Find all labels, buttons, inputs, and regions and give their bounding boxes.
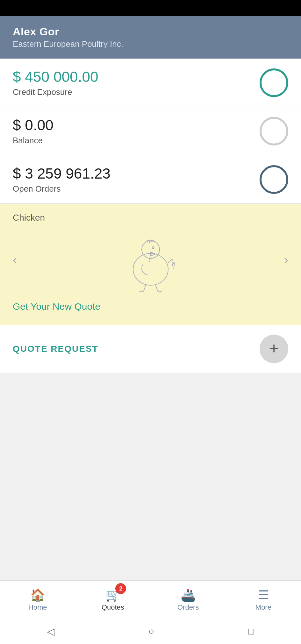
nav-label-orders: Orders <box>177 603 199 612</box>
svg-point-9 <box>152 247 154 249</box>
content-spacer <box>0 373 301 580</box>
bottom-nav: 🏠 Home 🛒 2 Quotes 🚢 Orders ☰ More <box>0 580 301 619</box>
promo-chicken-image <box>17 228 284 292</box>
nav-item-orders[interactable]: 🚢 Orders <box>151 581 226 619</box>
header: Alex Gor Eastern European Poultry Inc. <box>0 16 301 59</box>
balance-amount: $ 0.00 <box>13 117 54 134</box>
home-icon: 🏠 <box>30 588 45 602</box>
nav-item-home[interactable]: 🏠 Home <box>0 581 75 619</box>
android-home-button[interactable]: ○ <box>148 626 154 637</box>
credit-exposure-indicator <box>260 68 288 97</box>
promo-banner: Chicken ‹ <box>0 204 301 325</box>
promo-prev-arrow[interactable]: ‹ <box>13 253 17 267</box>
credit-exposure-card[interactable]: $ 450 000.00 Credit Exposure <box>0 59 301 107</box>
svg-marker-2 <box>151 252 155 256</box>
plus-icon: + <box>269 340 278 356</box>
quote-add-button[interactable]: + <box>260 335 288 363</box>
orders-icon: 🚢 <box>181 588 196 602</box>
android-back-button[interactable]: ◁ <box>47 626 54 637</box>
balance-label: Balance <box>13 136 54 145</box>
promo-next-arrow[interactable]: › <box>284 253 288 267</box>
nav-label-home: Home <box>28 603 47 612</box>
balance-card[interactable]: $ 0.00 Balance <box>0 107 301 155</box>
nav-item-more[interactable]: ☰ More <box>226 581 301 619</box>
quotes-badge: 2 <box>115 583 126 594</box>
nav-label-quotes: Quotes <box>102 603 124 612</box>
chicken-svg <box>122 228 179 292</box>
android-nav-bar: ◁ ○ □ <box>0 619 301 644</box>
credit-exposure-label: Credit Exposure <box>13 87 98 97</box>
open-orders-indicator <box>260 165 288 194</box>
promo-category: Chicken <box>13 213 288 223</box>
status-bar <box>0 0 301 16</box>
open-orders-amount: $ 3 259 961.23 <box>13 165 111 182</box>
android-recent-button[interactable]: □ <box>248 626 254 637</box>
open-orders-label: Open Orders <box>13 184 111 194</box>
svg-line-3 <box>144 285 146 291</box>
nav-label-more: More <box>255 603 271 612</box>
promo-inner: ‹ <box>13 228 288 292</box>
user-name: Alex Gor <box>13 25 288 38</box>
company-name: Eastern European Poultry Inc. <box>13 39 288 49</box>
svg-line-6 <box>155 285 158 291</box>
promo-quote-link[interactable]: Get Your New Quote <box>13 301 288 312</box>
more-icon: ☰ <box>258 588 269 602</box>
balance-indicator <box>260 117 288 145</box>
quote-request-section: QUOTE REQUEST + <box>0 325 301 373</box>
credit-exposure-amount: $ 450 000.00 <box>13 68 98 85</box>
nav-item-quotes[interactable]: 🛒 2 Quotes <box>75 581 150 619</box>
open-orders-card[interactable]: $ 3 259 961.23 Open Orders <box>0 155 301 204</box>
quote-request-label[interactable]: QUOTE REQUEST <box>13 344 98 354</box>
